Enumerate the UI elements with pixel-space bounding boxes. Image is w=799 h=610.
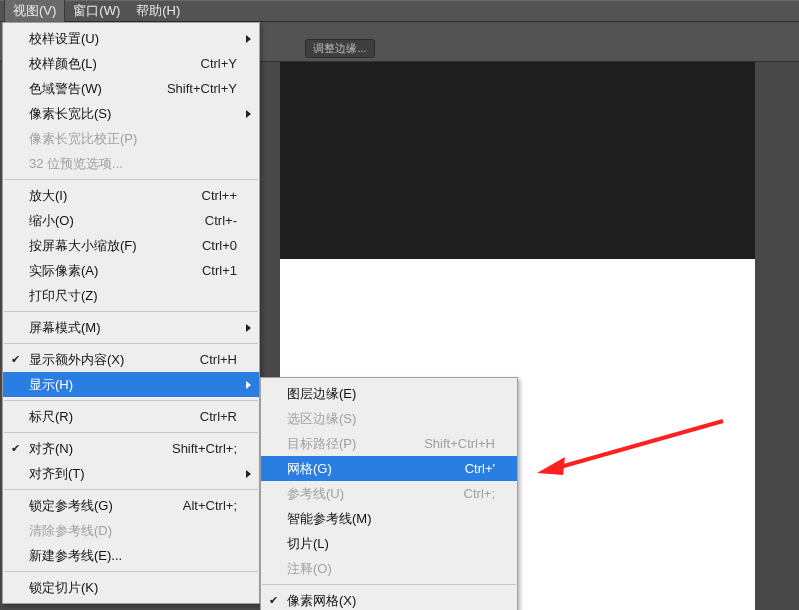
menu-label: 目标路径(P): [287, 435, 404, 453]
menu-pixel-aspect-correction: 像素长宽比校正(P): [3, 126, 259, 151]
menu-shortcut: Ctrl+1: [202, 263, 237, 278]
menu-proof-setup[interactable]: 校样设置(U): [3, 26, 259, 51]
menubar-help[interactable]: 帮助(H): [128, 0, 188, 22]
menu-label: 网格(G): [287, 460, 445, 478]
menu-separator: [4, 179, 258, 180]
submenu-selection-edges: 选区边缘(S): [261, 406, 517, 431]
submenu-grid[interactable]: 网格(G) Ctrl+': [261, 456, 517, 481]
menu-label: 像素长宽比(S): [29, 105, 237, 123]
menu-lock-guides[interactable]: 锁定参考线(G) Alt+Ctrl+;: [3, 493, 259, 518]
menu-label: 打印尺寸(Z): [29, 287, 237, 305]
menu-shortcut: Ctrl+H: [200, 352, 237, 367]
menu-label: 切片(L): [287, 535, 495, 553]
menu-shortcut: Ctrl++: [202, 188, 237, 203]
menu-show-extras[interactable]: ✔ 显示额外内容(X) Ctrl+H: [3, 347, 259, 372]
menu-separator: [4, 571, 258, 572]
submenu-arrow-icon: [246, 110, 251, 118]
menu-actual-pixels[interactable]: 实际像素(A) Ctrl+1: [3, 258, 259, 283]
menu-new-guide[interactable]: 新建参考线(E)...: [3, 543, 259, 568]
submenu-guides: 参考线(U) Ctrl+;: [261, 481, 517, 506]
menubar-window[interactable]: 窗口(W): [65, 0, 128, 22]
menu-shortcut: Ctrl+': [465, 461, 495, 476]
check-icon: ✔: [11, 442, 20, 455]
menu-separator: [4, 432, 258, 433]
menu-label: 屏幕模式(M): [29, 319, 237, 337]
menu-label: 锁定参考线(G): [29, 497, 163, 515]
menu-shortcut: Shift+Ctrl+H: [424, 436, 495, 451]
menu-label: 新建参考线(E)...: [29, 547, 237, 565]
menu-label: 缩小(O): [29, 212, 185, 230]
menu-shortcut: Shift+Ctrl+;: [172, 441, 237, 456]
menu-label: 参考线(U): [287, 485, 444, 503]
menu-separator: [4, 343, 258, 344]
menu-shortcut: Ctrl+;: [464, 486, 495, 501]
menu-label: 图层边缘(E): [287, 385, 495, 403]
menu-screen-mode[interactable]: 屏幕模式(M): [3, 315, 259, 340]
right-panel-edge: [755, 62, 799, 610]
menu-label: 像素长宽比校正(P): [29, 130, 237, 148]
menu-rulers[interactable]: 标尺(R) Ctrl+R: [3, 404, 259, 429]
menu-shortcut: Ctrl+0: [202, 238, 237, 253]
menu-shortcut: Ctrl+-: [205, 213, 237, 228]
menu-label: 标尺(R): [29, 408, 180, 426]
submenu-target-path: 目标路径(P) Shift+Ctrl+H: [261, 431, 517, 456]
submenu-arrow-icon: [246, 470, 251, 478]
menubar-view[interactable]: 视图(V): [4, 0, 65, 23]
menu-label: 选区边缘(S): [287, 410, 495, 428]
submenu-slices[interactable]: 切片(L): [261, 531, 517, 556]
menu-separator: [4, 489, 258, 490]
menu-zoom-in[interactable]: 放大(I) Ctrl++: [3, 183, 259, 208]
show-submenu: 图层边缘(E) 选区边缘(S) 目标路径(P) Shift+Ctrl+H 网格(…: [260, 377, 518, 610]
menu-snap[interactable]: ✔ 对齐(N) Shift+Ctrl+;: [3, 436, 259, 461]
menu-label: 色域警告(W): [29, 80, 147, 98]
menu-label: 32 位预览选项...: [29, 155, 237, 173]
menu-label: 像素网格(X): [287, 592, 495, 610]
menu-32bit-preview: 32 位预览选项...: [3, 151, 259, 176]
menu-label: 锁定切片(K): [29, 579, 237, 597]
menu-gamut-warning[interactable]: 色域警告(W) Shift+Ctrl+Y: [3, 76, 259, 101]
menu-separator: [4, 311, 258, 312]
menu-label: 清除参考线(D): [29, 522, 237, 540]
check-icon: ✔: [269, 594, 278, 607]
view-menu: 校样设置(U) 校样颜色(L) Ctrl+Y 色域警告(W) Shift+Ctr…: [2, 22, 260, 604]
submenu-arrow-icon: [246, 381, 251, 389]
menu-shortcut: Shift+Ctrl+Y: [167, 81, 237, 96]
menu-pixel-aspect[interactable]: 像素长宽比(S): [3, 101, 259, 126]
adjust-edge-button[interactable]: 调整边缘...: [305, 39, 375, 58]
menu-label: 对齐(N): [29, 440, 152, 458]
submenu-arrow-icon: [246, 324, 251, 332]
menu-label: 校样设置(U): [29, 30, 237, 48]
menu-shortcut: Ctrl+Y: [201, 56, 237, 71]
menu-label: 注释(O): [287, 560, 495, 578]
menu-separator: [262, 584, 516, 585]
canvas-background: [280, 62, 799, 259]
check-icon: ✔: [11, 353, 20, 366]
menu-label: 显示(H): [29, 376, 237, 394]
menu-proof-colors[interactable]: 校样颜色(L) Ctrl+Y: [3, 51, 259, 76]
submenu-notes: 注释(O): [261, 556, 517, 581]
submenu-smart-guides[interactable]: 智能参考线(M): [261, 506, 517, 531]
menu-fit-screen[interactable]: 按屏幕大小缩放(F) Ctrl+0: [3, 233, 259, 258]
menu-label: 显示额外内容(X): [29, 351, 180, 369]
menu-show[interactable]: 显示(H): [3, 372, 259, 397]
menu-label: 按屏幕大小缩放(F): [29, 237, 182, 255]
submenu-pixel-grid[interactable]: ✔ 像素网格(X): [261, 588, 517, 610]
menu-print-size[interactable]: 打印尺寸(Z): [3, 283, 259, 308]
menu-label: 校样颜色(L): [29, 55, 181, 73]
menu-shortcut: Alt+Ctrl+;: [183, 498, 237, 513]
menu-lock-slices[interactable]: 锁定切片(K): [3, 575, 259, 600]
menu-snap-to[interactable]: 对齐到(T): [3, 461, 259, 486]
menu-clear-guides: 清除参考线(D): [3, 518, 259, 543]
submenu-arrow-icon: [246, 35, 251, 43]
menu-zoom-out[interactable]: 缩小(O) Ctrl+-: [3, 208, 259, 233]
submenu-layer-edges[interactable]: 图层边缘(E): [261, 381, 517, 406]
menubar: 视图(V) 窗口(W) 帮助(H): [0, 0, 799, 22]
menu-label: 智能参考线(M): [287, 510, 495, 528]
menu-separator: [4, 400, 258, 401]
menu-label: 放大(I): [29, 187, 182, 205]
menu-label: 实际像素(A): [29, 262, 182, 280]
menu-shortcut: Ctrl+R: [200, 409, 237, 424]
menu-label: 对齐到(T): [29, 465, 237, 483]
